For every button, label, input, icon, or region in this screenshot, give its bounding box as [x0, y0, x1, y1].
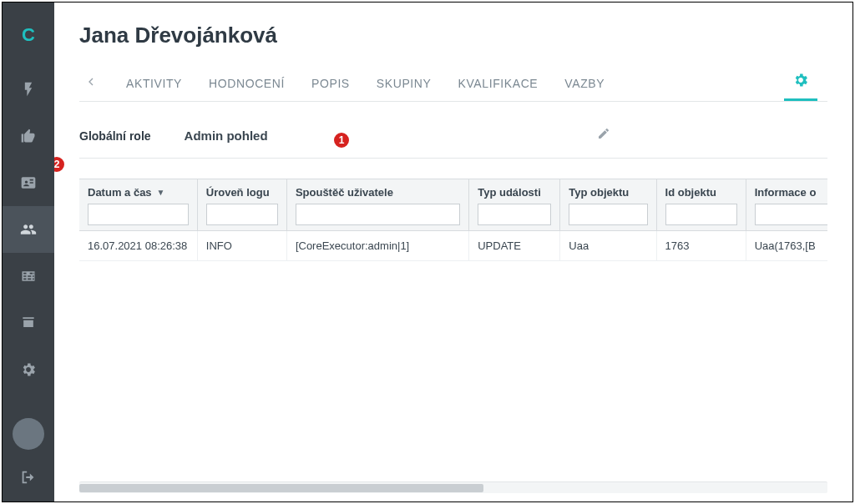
- col-event-label: Typ události: [478, 186, 541, 199]
- tab-settings[interactable]: [784, 65, 817, 101]
- bolt-icon: [20, 81, 37, 98]
- logout-icon: [19, 468, 38, 486]
- table-row[interactable]: 16.07.2021 08:26:38 INFO [CoreExecutor:a…: [79, 231, 827, 261]
- logout-button[interactable]: [19, 468, 38, 490]
- col-date-label: Datum a čas: [88, 186, 152, 199]
- col-objtype-label: Typ objektu: [569, 186, 629, 199]
- tab-kvalifikace[interactable]: KVALIFIKACE: [444, 68, 551, 98]
- filter-trigger-input[interactable]: [296, 204, 460, 225]
- tab-aktivity[interactable]: AKTIVITY: [113, 68, 195, 98]
- table-header-row: Datum a čas▼ Úroveň logu Spouštěč uživat…: [79, 179, 827, 231]
- role-label: Globální role: [79, 129, 151, 143]
- col-trigger[interactable]: Spouštěč uživatele: [286, 179, 468, 231]
- global-role-row: Globální role Admin pohled 1: [79, 129, 827, 159]
- col-trigger-label: Spouštěč uživatele: [296, 186, 393, 199]
- nav-archive[interactable]: [3, 300, 54, 346]
- content-area: Globální role Admin pohled 1 2 Datum a č…: [54, 108, 852, 481]
- scrollbar-thumb[interactable]: [79, 484, 483, 492]
- sidebar: C: [3, 3, 54, 501]
- filter-date-input[interactable]: [88, 204, 189, 225]
- gear-icon: [20, 361, 37, 378]
- col-level-label: Úroveň logu: [206, 186, 270, 199]
- filter-objtype-input[interactable]: [569, 204, 647, 225]
- pencil-icon: [597, 127, 610, 140]
- back-button[interactable]: [79, 75, 113, 92]
- cell-objtype: Uaa: [560, 231, 656, 261]
- col-info[interactable]: Informace o: [746, 179, 827, 231]
- chevron-left-icon: [84, 75, 98, 88]
- col-level[interactable]: Úroveň logu: [197, 179, 286, 231]
- id-card-icon: [20, 174, 37, 191]
- nav-settings[interactable]: [3, 346, 54, 393]
- filter-level-input[interactable]: [206, 204, 278, 225]
- table-icon: [20, 268, 37, 285]
- tab-bar: AKTIVITY HODNOCENÍ POPIS SKUPINY KVALIFI…: [79, 65, 827, 102]
- col-objid-label: Id objektu: [665, 186, 716, 199]
- log-table: Datum a čas▼ Úroveň logu Spouštěč uživat…: [79, 179, 827, 261]
- role-value: Admin pohled: [185, 129, 268, 143]
- archive-icon: [20, 315, 37, 331]
- col-event[interactable]: Typ události: [469, 179, 560, 231]
- filter-objid-input[interactable]: [665, 204, 737, 225]
- tab-hodnoceni[interactable]: HODNOCENÍ: [195, 68, 298, 98]
- callout-1: 1: [332, 131, 351, 149]
- nav-table[interactable]: [3, 253, 54, 300]
- page-header: Jana Dřevojánková AKTIVITY HODNOCENÍ POP…: [54, 3, 852, 108]
- col-info-label: Informace o: [755, 186, 817, 199]
- user-avatar[interactable]: [13, 418, 44, 450]
- cell-level: INFO: [197, 231, 286, 261]
- cell-date: 16.07.2021 08:26:38: [79, 231, 197, 261]
- col-date[interactable]: Datum a čas▼: [79, 179, 197, 231]
- cell-objid: 1763: [656, 231, 746, 261]
- edit-role-button[interactable]: [597, 127, 610, 144]
- filter-event-input[interactable]: [478, 204, 551, 225]
- users-icon: [20, 221, 37, 238]
- page-title: Jana Dřevojánková: [79, 23, 827, 48]
- nav-thumbs-up[interactable]: [3, 113, 54, 159]
- sort-desc-icon: ▼: [157, 188, 165, 197]
- cell-info: Uaa(1763,[B: [746, 231, 827, 261]
- filter-info-input[interactable]: [755, 204, 827, 225]
- nav-users[interactable]: [3, 206, 54, 253]
- main-content: Jana Dřevojánková AKTIVITY HODNOCENÍ POP…: [54, 3, 852, 501]
- tab-skupiny[interactable]: SKUPINY: [363, 68, 445, 98]
- app-logo: C: [22, 24, 35, 46]
- col-objtype[interactable]: Typ objektu: [560, 179, 656, 231]
- col-objid[interactable]: Id objektu: [656, 179, 746, 231]
- gear-icon: [792, 72, 809, 88]
- callout-2: 2: [54, 155, 66, 174]
- cell-event: UPDATE: [469, 231, 560, 261]
- tab-vazby[interactable]: VAZBY: [551, 68, 618, 98]
- thumbs-up-icon: [20, 128, 37, 144]
- tab-popis[interactable]: POPIS: [298, 68, 363, 98]
- cell-trigger: [CoreExecutor:admin|1]: [286, 231, 468, 261]
- nav-card[interactable]: [3, 159, 54, 206]
- nav-bolt[interactable]: [3, 66, 54, 113]
- log-table-wrap[interactable]: Datum a čas▼ Úroveň logu Spouštěč uživat…: [79, 179, 827, 481]
- horizontal-scrollbar[interactable]: [79, 481, 827, 493]
